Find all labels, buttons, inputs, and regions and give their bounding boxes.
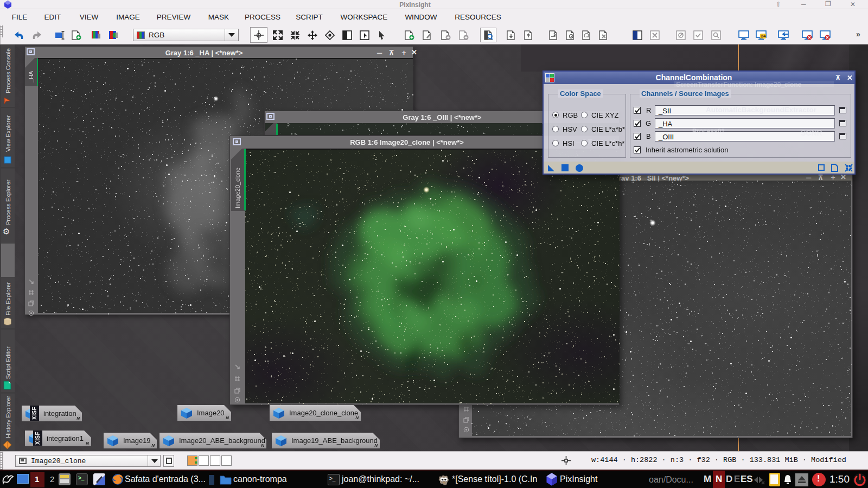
svg-text:24: 24 bbox=[761, 34, 766, 38]
